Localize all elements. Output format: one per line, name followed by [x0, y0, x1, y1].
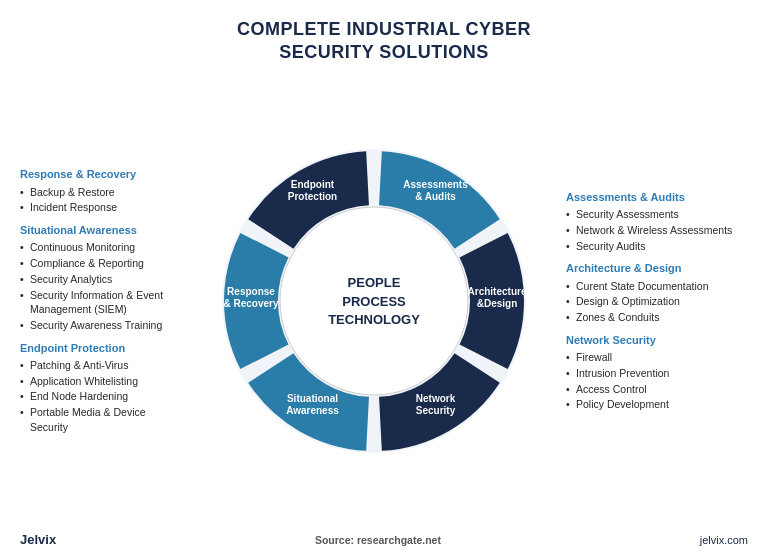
left-section-title-response-recovery: Response & Recovery — [20, 167, 185, 182]
list-item: Design & Optimization — [566, 294, 748, 309]
svg-point-7 — [280, 207, 468, 395]
list-item: Curent State Documentation — [566, 279, 748, 294]
list-item: Compliance & Reporting — [20, 256, 185, 271]
right-panel: Assessments & AuditsSecurity Assessments… — [558, 190, 748, 413]
main-row: Response & RecoveryBackup & RestoreIncid… — [20, 77, 748, 526]
list-item: End Node Hardening — [20, 389, 185, 404]
svg-text:NetworkSecurity: NetworkSecurity — [416, 393, 456, 416]
list-item: Security Awareness Training — [20, 318, 185, 333]
list-item: Firewall — [566, 350, 748, 365]
list-item: Zones & Conduits — [566, 310, 748, 325]
left-section-title-situational-awareness: Situational Awareness — [20, 223, 185, 238]
right-section-title-architecture-design: Architecture & Design — [566, 261, 748, 276]
left-panel: Response & RecoveryBackup & RestoreIncid… — [20, 167, 190, 435]
wheel-container: Assessments& AuditsArchitecture&DesignNe… — [214, 141, 534, 461]
list-item: Security Audits — [566, 239, 748, 254]
left-section-title-endpoint-protection: Endpoint Protection — [20, 341, 185, 356]
list-item: Application Whitelisting — [20, 374, 185, 389]
brand-logo: Jelvix — [20, 532, 56, 547]
page-container: COMPLETE INDUSTRIAL CYBER SECURITY SOLUT… — [0, 0, 768, 557]
list-item: Security Assessments — [566, 207, 748, 222]
list-item: Backup & Restore — [20, 185, 185, 200]
footer: Jelvix Source: researchgate.net jelvix.c… — [20, 526, 748, 547]
list-item: Portable Media & Device Security — [20, 405, 185, 434]
list-item: Continuous Monitoring — [20, 240, 185, 255]
svg-text:EndpointProtection: EndpointProtection — [288, 180, 337, 203]
svg-text:Response& Recovery: Response& Recovery — [223, 286, 278, 309]
source-credit: Source: researchgate.net — [315, 534, 441, 546]
website-url: jelvix.com — [700, 534, 748, 546]
wheel-center-svg: Assessments& AuditsArchitecture&DesignNe… — [214, 141, 534, 461]
right-section-title-assessments-audits: Assessments & Audits — [566, 190, 748, 205]
left-section-list-endpoint-protection: Patching & Anti-VirusApplication Whiteli… — [20, 358, 185, 434]
source-label: Source: — [315, 534, 354, 546]
list-item: Patching & Anti-Virus — [20, 358, 185, 373]
list-item: Network & Wireless Assessments — [566, 223, 748, 238]
right-section-title-network-security: Network Security — [566, 333, 748, 348]
list-item: Security Information & Event Management … — [20, 288, 185, 317]
right-section-list-network-security: FirewallIntrusion PreventionAccess Contr… — [566, 350, 748, 412]
svg-text:SituationalAwareness: SituationalAwareness — [286, 393, 339, 416]
list-item: Intrusion Prevention — [566, 366, 748, 381]
list-item: Incident Response — [20, 200, 185, 215]
center-diagram: Assessments& AuditsArchitecture&DesignNe… — [190, 141, 558, 461]
list-item: Policy Development — [566, 397, 748, 412]
left-section-list-response-recovery: Backup & RestoreIncident Response — [20, 185, 185, 215]
right-section-list-architecture-design: Curent State DocumentationDesign & Optim… — [566, 279, 748, 325]
source-url: researchgate.net — [357, 534, 441, 546]
list-item: Security Analytics — [20, 272, 185, 287]
right-section-list-assessments-audits: Security AssessmentsNetwork & Wireless A… — [566, 207, 748, 253]
left-section-list-situational-awareness: Continuous MonitoringCompliance & Report… — [20, 240, 185, 332]
page-title: COMPLETE INDUSTRIAL CYBER SECURITY SOLUT… — [20, 18, 748, 65]
list-item: Access Control — [566, 382, 748, 397]
